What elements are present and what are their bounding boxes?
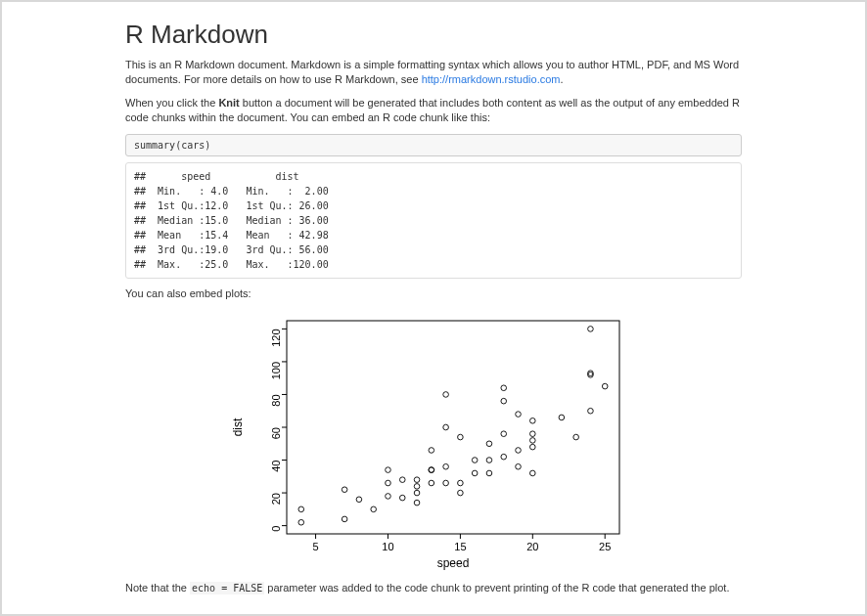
svg-point-36: [399, 495, 405, 501]
rmarkdown-link[interactable]: http://rmarkdown.rstudio.com: [422, 73, 561, 85]
svg-point-39: [414, 490, 420, 496]
svg-point-34: [386, 480, 391, 486]
svg-rect-0: [287, 321, 619, 534]
svg-point-52: [458, 434, 464, 440]
svg-point-55: [486, 470, 492, 476]
svg-point-42: [429, 480, 434, 486]
plot-container: 510152025020406080100120speeddist: [125, 311, 742, 575]
svg-point-41: [414, 477, 420, 483]
intro-text-after: .: [560, 73, 563, 85]
svg-point-69: [530, 418, 536, 423]
svg-text:10: 10: [382, 541, 393, 552]
svg-text:5: 5: [313, 541, 319, 552]
svg-point-31: [356, 497, 362, 503]
scatter-plot: 510152025020406080100120speeddist: [228, 311, 639, 575]
svg-point-50: [458, 490, 464, 496]
svg-point-37: [399, 477, 405, 483]
svg-text:20: 20: [526, 541, 538, 552]
svg-text:speed: speed: [437, 556, 470, 570]
svg-point-30: [342, 487, 347, 493]
note-after: parameter was added to the code chunk to…: [264, 582, 729, 594]
svg-text:40: 40: [270, 460, 282, 471]
svg-point-72: [588, 408, 594, 414]
svg-point-49: [443, 392, 449, 398]
svg-point-48: [443, 424, 449, 430]
svg-text:120: 120: [270, 329, 282, 346]
svg-point-76: [602, 383, 608, 389]
svg-point-33: [386, 494, 391, 500]
svg-point-75: [588, 327, 594, 332]
note-paragraph: Note that the echo = FALSE parameter was…: [125, 581, 742, 595]
svg-point-68: [530, 431, 536, 437]
svg-point-27: [298, 519, 304, 525]
svg-point-70: [559, 415, 565, 420]
svg-point-40: [414, 484, 420, 490]
intro-paragraph: This is an R Markdown document. Markdown…: [125, 58, 742, 88]
code-text: summary(cars): [134, 140, 210, 151]
code-output: ## speed dist ## Min. : 4.0 Min. : 2.00 …: [125, 162, 742, 279]
svg-point-60: [501, 398, 507, 404]
svg-point-54: [472, 458, 478, 463]
svg-text:0: 0: [270, 526, 282, 532]
svg-point-32: [371, 506, 377, 512]
svg-text:80: 80: [270, 394, 282, 406]
svg-text:15: 15: [454, 541, 466, 552]
svg-point-71: [573, 434, 579, 440]
svg-point-61: [501, 385, 507, 391]
svg-point-51: [458, 480, 464, 486]
svg-point-29: [342, 516, 347, 522]
svg-point-28: [298, 506, 304, 512]
svg-point-58: [501, 454, 507, 460]
svg-point-46: [443, 480, 449, 486]
svg-point-65: [530, 470, 536, 476]
note-before: Note that the: [125, 582, 190, 594]
svg-point-38: [414, 500, 420, 506]
code-chunk: summary(cars): [125, 134, 742, 156]
svg-point-47: [443, 463, 449, 469]
embed-plots-text: You can also embed plots:: [125, 286, 742, 301]
knit-strong: Knit: [218, 97, 239, 109]
svg-point-35: [386, 467, 391, 473]
svg-text:100: 100: [270, 362, 282, 379]
svg-point-63: [516, 448, 522, 454]
svg-point-62: [516, 463, 522, 469]
svg-point-56: [486, 458, 492, 463]
note-code: echo = FALSE: [190, 582, 264, 594]
knit-text-before: When you click the: [125, 97, 218, 109]
svg-text:60: 60: [270, 427, 282, 439]
svg-point-45: [429, 448, 434, 454]
svg-point-66: [530, 444, 536, 450]
svg-point-44: [429, 467, 434, 473]
svg-text:dist: dist: [231, 418, 245, 436]
svg-text:25: 25: [599, 541, 611, 552]
document-page: R Markdown This is an R Markdown documen…: [0, 0, 867, 616]
svg-point-59: [501, 431, 507, 437]
page-title: R Markdown: [125, 20, 742, 50]
svg-point-53: [472, 470, 478, 476]
svg-text:20: 20: [270, 493, 282, 505]
svg-point-64: [516, 412, 522, 418]
svg-point-67: [530, 438, 536, 444]
knit-paragraph: When you click the Knit button a documen…: [125, 96, 742, 126]
svg-point-57: [486, 441, 492, 447]
